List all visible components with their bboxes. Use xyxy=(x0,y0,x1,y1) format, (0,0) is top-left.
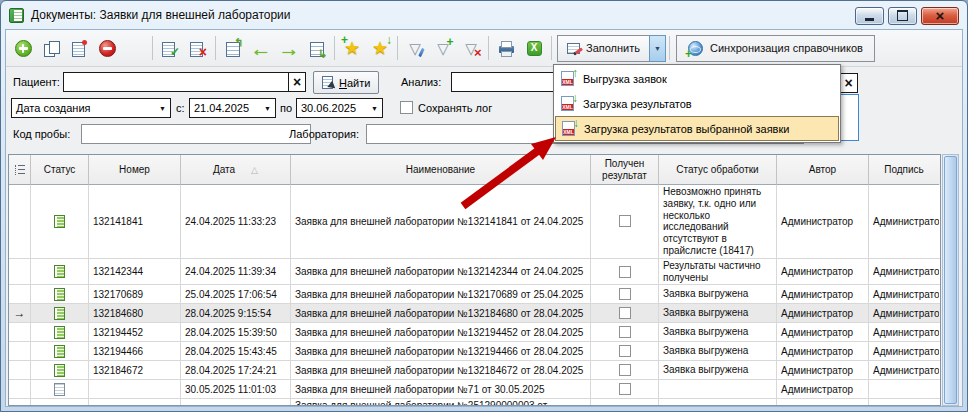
arrow-left-button[interactable] xyxy=(247,34,275,62)
confirm-button[interactable] xyxy=(156,34,184,62)
header-status-label: Статус xyxy=(44,164,76,176)
reject-icon xyxy=(190,41,206,56)
result-received-checkbox[interactable] xyxy=(619,326,631,338)
filter-add-button[interactable] xyxy=(429,34,457,62)
cell-date: 28.04.2025 15:43:45 xyxy=(181,342,291,360)
refresh-button[interactable] xyxy=(121,34,149,62)
result-received-checkbox[interactable] xyxy=(619,345,631,357)
result-received-checkbox[interactable] xyxy=(619,266,631,278)
cell-date: 28.04.2025 9:15:54 xyxy=(181,304,291,322)
header-processing-status[interactable]: Статус обработки xyxy=(659,155,777,185)
row-marker-cell xyxy=(9,304,31,322)
row-status-cell xyxy=(31,285,89,303)
date-field-combo[interactable]: Дата создания ▼ xyxy=(11,98,171,118)
table-row[interactable]: 251290000003 06.06.2025 12:40:33 Заявка … xyxy=(9,399,940,406)
header-result-received[interactable]: Получен результат xyxy=(591,155,659,185)
result-received-checkbox[interactable] xyxy=(619,405,631,406)
star-add-button[interactable] xyxy=(338,34,366,62)
edit-button[interactable] xyxy=(65,34,93,62)
fill-menu-item[interactable]: Загрузка результатов выбранной заявки xyxy=(555,116,839,141)
xml-down-icon xyxy=(561,96,574,111)
row-marker-cell xyxy=(9,361,31,379)
cell-date: 25.04.2025 17:06:54 xyxy=(181,285,291,303)
fill-button-label: Заполнить xyxy=(586,42,640,54)
header-author[interactable]: Автор xyxy=(777,155,869,185)
restore-button[interactable] xyxy=(888,7,917,25)
header-number[interactable]: Номер xyxy=(89,155,181,185)
vertical-scrollbar[interactable] xyxy=(942,154,959,406)
form-next-button[interactable] xyxy=(303,34,331,62)
form-prev-button[interactable] xyxy=(219,34,247,62)
indicator-icon xyxy=(15,165,25,175)
table-row[interactable]: 132142344 24.04.2025 11:39:34 Заявка для… xyxy=(9,259,940,286)
table-row[interactable]: 132184680 28.04.2025 9:15:54 Заявка для … xyxy=(9,304,940,323)
print-button[interactable] xyxy=(492,34,520,62)
minimize-button[interactable] xyxy=(855,7,884,25)
reject-button[interactable] xyxy=(184,34,212,62)
header-date[interactable]: Дата xyxy=(181,155,291,185)
cell-result-received xyxy=(591,285,659,303)
form-next-icon xyxy=(310,41,325,56)
toolbar-buttons xyxy=(9,34,555,62)
header-name[interactable]: Наименование xyxy=(291,155,591,185)
save-log-checkbox[interactable] xyxy=(400,101,413,114)
window-content: Заполнить Синхронизация справочников Пац… xyxy=(5,29,963,407)
row-status-cell xyxy=(31,342,89,360)
cell-author: Администратор xyxy=(777,304,869,322)
find-button[interactable]: Найти xyxy=(313,71,379,94)
table-row[interactable]: 132141841 24.04.2025 11:33:23 Заявка для… xyxy=(9,185,940,259)
copy-button[interactable] xyxy=(37,34,65,62)
fill-button[interactable]: Заполнить xyxy=(557,35,650,62)
delete-button[interactable] xyxy=(93,34,121,62)
sample-code-input[interactable] xyxy=(81,124,311,144)
patient-input[interactable] xyxy=(64,73,288,91)
cell-name-text: Заявка для внешней лаборатории №13219446… xyxy=(295,346,583,357)
cell-result-received xyxy=(591,380,659,398)
fill-menu-item[interactable]: Загрузка результатов xyxy=(555,91,839,116)
close-button[interactable] xyxy=(921,7,959,25)
header-date-label: Дата xyxy=(213,164,235,176)
star-download-button[interactable] xyxy=(366,34,394,62)
date-to-combo[interactable]: 30.06.2025 ▼ xyxy=(296,98,383,118)
toolbar-separator xyxy=(669,36,670,60)
header-name-label: Наименование xyxy=(406,164,475,176)
result-received-checkbox[interactable] xyxy=(619,364,631,376)
add-button[interactable] xyxy=(9,34,37,62)
result-received-checkbox[interactable] xyxy=(619,215,631,227)
filter-settings-button[interactable] xyxy=(401,34,429,62)
table-row[interactable]: 132170689 25.04.2025 17:06:54 Заявка для… xyxy=(9,285,940,304)
filter-settings-icon xyxy=(407,40,424,57)
result-received-checkbox[interactable] xyxy=(619,383,631,395)
window-controls xyxy=(855,6,959,25)
filter-clear-button[interactable] xyxy=(457,34,485,62)
row-marker-cell xyxy=(9,399,31,406)
row-marker-cell xyxy=(9,342,31,360)
table-row[interactable]: 30.05.2025 11:01:03 Заявка для внешней л… xyxy=(9,380,940,399)
header-status[interactable]: Статус xyxy=(31,155,89,185)
result-received-checkbox[interactable] xyxy=(619,288,631,300)
result-received-checkbox[interactable] xyxy=(619,307,631,319)
find-icon xyxy=(322,76,333,89)
arrow-right-button[interactable] xyxy=(275,34,303,62)
table-row[interactable]: 132194452 28.04.2025 15:39:50 Заявка для… xyxy=(9,323,940,342)
fill-dropdown-arrow[interactable] xyxy=(649,35,666,62)
scrollbar-thumb[interactable] xyxy=(944,156,957,404)
cell-processing-status-text: Заявка выгружена xyxy=(663,326,748,338)
patient-clear-icon[interactable] xyxy=(288,73,305,91)
date-from-combo[interactable]: 21.04.2025 ▼ xyxy=(189,98,276,118)
table-row[interactable]: 132184672 28.04.2025 17:24:21 Заявка для… xyxy=(9,361,940,380)
header-indicator[interactable] xyxy=(9,155,31,185)
cell-name: Заявка для внешней лаборатории №13218467… xyxy=(291,361,591,379)
row-marker-cell xyxy=(9,380,31,398)
toolbar-separator xyxy=(397,36,398,60)
analysis-clear-button[interactable] xyxy=(839,73,858,93)
header-signature[interactable]: Подпись xyxy=(869,155,939,185)
sync-dictionaries-button[interactable]: Синхронизация справочников xyxy=(676,35,875,62)
table-row[interactable]: 132194466 28.04.2025 15:43:45 Заявка для… xyxy=(9,342,940,361)
cell-date: 06.06.2025 12:40:33 xyxy=(181,399,291,406)
fill-menu-item[interactable]: Выгрузка заявок xyxy=(555,66,839,91)
excel-button[interactable] xyxy=(520,34,548,62)
cell-name: Заявка для внешней лаборатории №71 от 30… xyxy=(291,380,591,398)
titlebar: Документы: Заявки для внешней лаборатори… xyxy=(1,1,967,29)
copy-icon xyxy=(44,41,59,56)
